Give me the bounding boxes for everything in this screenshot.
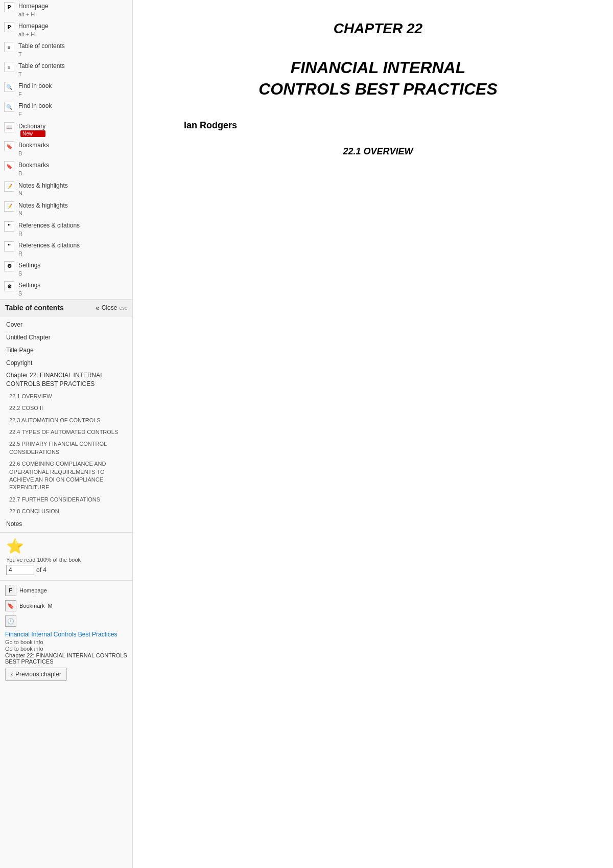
search-icon[interactable]: 🔍	[4, 82, 14, 92]
section-title: 22.1 OVERVIEW	[184, 146, 572, 157]
sidebar-item-references[interactable]: " References & citations R	[0, 219, 132, 239]
notes-shortcut-2: N	[18, 210, 68, 217]
sidebar-item-notes-2[interactable]: 📝 Notes & highlights N	[0, 199, 132, 219]
toc-section: Table of contents « Close esc Cover Unti…	[0, 300, 132, 532]
bookmark-bottom-icon[interactable]: 🔖	[5, 600, 16, 611]
bottom-icons-row-3: 🕐	[5, 615, 127, 627]
toc-shortcut: T	[18, 51, 65, 58]
sidebar-item-references-2[interactable]: " References & citations R	[0, 239, 132, 259]
toc-item-22-7[interactable]: 22.7 FURTHER CONSIDERATIONS	[0, 494, 132, 506]
homepage-label-2: Homepage	[18, 22, 49, 31]
search-shortcut: F	[18, 90, 52, 98]
sidebar-item-toc-2[interactable]: ≡ Table of contents T	[0, 60, 132, 80]
toc-item-copyright[interactable]: Copyright	[0, 357, 132, 370]
toc-item-untitled[interactable]: Untitled Chapter	[0, 331, 132, 344]
chevron-left-icon: «	[96, 304, 100, 312]
toc-label: Table of contents	[18, 42, 65, 51]
sidebar-item-settings[interactable]: ⚙ Settings S	[0, 259, 132, 279]
sidebar-item-bookmarks-2[interactable]: 🔖 Bookmarks B	[0, 159, 132, 179]
settings-shortcut: S	[18, 270, 40, 277]
references-shortcut-2: R	[18, 250, 80, 257]
go-to-book-info-2: Go to book info	[5, 646, 127, 652]
home-bottom-icon[interactable]: P	[5, 585, 16, 596]
star-icon: ⭐	[6, 538, 126, 555]
toc-icon[interactable]: ≡	[4, 42, 14, 52]
references-label-2: References & citations	[18, 241, 80, 250]
sidebar-item-search-2[interactable]: 🔍 Find in book F	[0, 100, 132, 120]
settings-label: Settings	[18, 261, 40, 270]
toc-item-22-3[interactable]: 22.3 AUTOMATION OF CONTROLS	[0, 415, 132, 426]
chapter-title-line1: FINANCIAL INTERNAL	[291, 58, 466, 77]
main-content-area: CHAPTER 22 FINANCIAL INTERNAL CONTROLS B…	[143, 0, 613, 182]
sidebar-item-search[interactable]: 🔍 Find in book F	[0, 80, 132, 100]
notes-icon[interactable]: 📝	[4, 181, 14, 192]
dictionary-label: Dictionary	[18, 122, 45, 131]
bookmarks-icon[interactable]: 🔖	[4, 141, 14, 151]
sidebar-item-homepage[interactable]: P Homepage alt + H	[0, 0, 132, 20]
bookmarks-label-2: Bookmarks	[18, 161, 49, 170]
book-link[interactable]: Financial Internal Controls Best Practic…	[5, 631, 127, 638]
prev-chapter-button[interactable]: ‹ Previous chapter	[5, 668, 67, 681]
notes-label-2: Notes & highlights	[18, 201, 68, 210]
go-to-book-info-1: Go to book info	[5, 639, 127, 645]
bookmarks-shortcut: B	[18, 150, 49, 157]
sidebar-item-dictionary[interactable]: 📖 Dictionary New	[0, 120, 132, 140]
references-icon-2[interactable]: "	[4, 241, 14, 252]
sidebar-item-settings-2[interactable]: ⚙ Settings S	[0, 279, 132, 299]
page-of-label: of 4	[36, 566, 46, 574]
bookmarks-shortcut-2: B	[18, 170, 49, 177]
references-label: References & citations	[18, 221, 80, 230]
progress-text: You've read 100% of the book	[6, 557, 126, 563]
toc-item-chapter22[interactable]: Chapter 22: FINANCIAL INTERNAL CONTROLS …	[0, 369, 132, 391]
references-shortcut: R	[18, 230, 80, 237]
page-number-input[interactable]	[6, 565, 34, 575]
bookmark-shortcut-label: M	[48, 603, 53, 609]
homepage-shortcut: alt + H	[18, 11, 49, 18]
toc-icon-2[interactable]: ≡	[4, 62, 14, 72]
bottom-icons-row: P Homepage	[5, 585, 127, 596]
settings-shortcut-2: S	[18, 290, 40, 297]
bookmarks-icon-2[interactable]: 🔖	[4, 161, 14, 171]
toc-item-notes[interactable]: Notes	[0, 518, 132, 531]
toc-item-22-2[interactable]: 22.2 COSO II	[0, 402, 132, 414]
notes-icon-2[interactable]: 📝	[4, 201, 14, 212]
dictionary-icon[interactable]: 📖	[4, 122, 14, 132]
search-label: Find in book	[18, 82, 52, 90]
chapter-title: FINANCIAL INTERNAL CONTROLS BEST PRACTIC…	[184, 57, 572, 100]
sidebar-item-bookmarks[interactable]: 🔖 Bookmarks B	[0, 139, 132, 159]
home-icon-2[interactable]: P	[4, 22, 14, 32]
toc-header: Table of contents « Close esc	[0, 300, 132, 316]
toc-item-22-1[interactable]: 22.1 OVERVIEW	[0, 391, 132, 402]
bookmarks-label: Bookmarks	[18, 141, 49, 150]
sidebar-item-homepage-2[interactable]: P Homepage alt + H	[0, 20, 132, 40]
references-icon[interactable]: "	[4, 221, 14, 232]
sidebar-item-notes[interactable]: 📝 Notes & highlights N	[0, 179, 132, 199]
sidebar-item-toc[interactable]: ≡ Table of contents T	[0, 40, 132, 60]
close-shortcut: esc	[119, 305, 127, 311]
toc-list: Cover Untitled Chapter Title Page Copyri…	[0, 316, 132, 532]
toc-close-button[interactable]: « Close esc	[96, 304, 127, 312]
toc-item-22-6[interactable]: 22.6 COMBINING COMPLIANCE AND OPERATIONA…	[0, 458, 132, 494]
settings-label-2: Settings	[18, 281, 40, 290]
toc-item-22-8[interactable]: 22.8 CONCLUSION	[0, 506, 132, 517]
history-bottom-icon[interactable]: 🕐	[5, 615, 16, 627]
toc-shortcut-2: T	[18, 71, 65, 78]
toc-item-cover[interactable]: Cover	[0, 318, 132, 331]
search-shortcut-2: F	[18, 110, 52, 118]
chapter-title-line2: CONTROLS BEST PRACTICES	[258, 80, 498, 98]
chapter-number: CHAPTER 22	[184, 20, 572, 37]
bottom-icons-row-2: 🔖 Bookmark M	[5, 600, 127, 611]
home-icon[interactable]: P	[4, 2, 14, 12]
toc-item-22-4[interactable]: 22.4 TYPES OF AUTOMATED CONTROLS	[0, 426, 132, 438]
homepage-shortcut-2: alt + H	[18, 31, 49, 38]
left-panel: P Homepage alt + H P Homepage alt + H ≡ …	[0, 0, 133, 868]
settings-icon-2[interactable]: ⚙	[4, 281, 14, 291]
homepage-label: Homepage	[18, 2, 49, 11]
toc-item-title-page[interactable]: Title Page	[0, 344, 132, 357]
sidebar-labels: P Homepage alt + H P Homepage alt + H ≡ …	[0, 0, 132, 300]
search-icon-2[interactable]: 🔍	[4, 102, 14, 112]
toc-label-2: Table of contents	[18, 62, 65, 71]
settings-icon[interactable]: ⚙	[4, 261, 14, 271]
toc-item-22-5[interactable]: 22.5 PRIMARY FINANCIAL CONTROL CONSIDERA…	[0, 438, 132, 458]
prev-chapter-label: Previous chapter	[15, 671, 61, 678]
